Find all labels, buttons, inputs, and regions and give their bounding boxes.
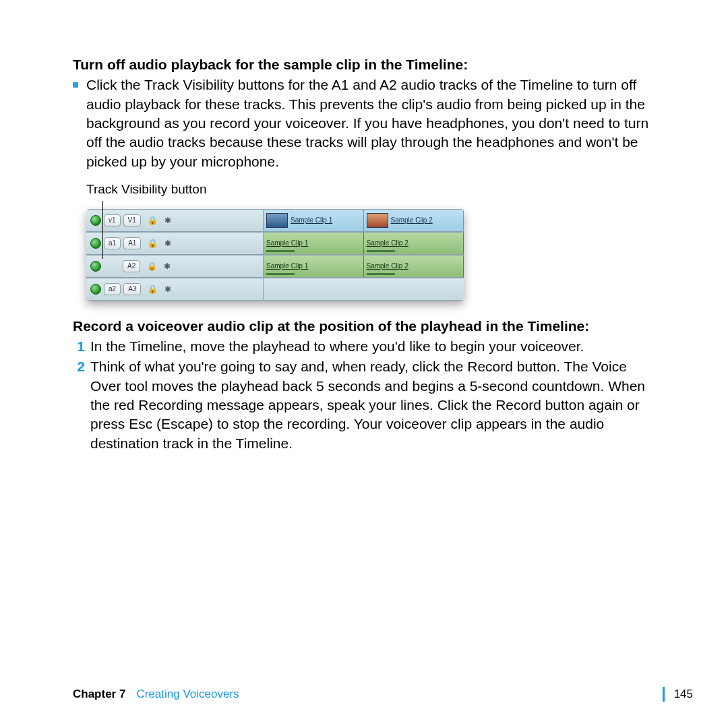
track-header: a2 A3 🔒 ✱	[86, 278, 264, 300]
callout-leader-line	[102, 201, 103, 259]
lock-icon[interactable]: 🔒	[148, 284, 158, 295]
track-clips: Sample Clip 1 Sample Clip 2	[264, 255, 464, 277]
page: Turn off audio playback for the sample c…	[0, 0, 728, 728]
lock-icon[interactable]: 🔒	[148, 238, 158, 249]
video-clip[interactable]: Sample Clip 1	[264, 210, 364, 231]
track-visibility-button[interactable]	[90, 238, 101, 249]
track-visibility-button[interactable]	[90, 284, 101, 295]
bullet-item: Click the Track Visibility buttons for t…	[73, 75, 659, 171]
clip-label: Sample Clip 2	[391, 216, 433, 225]
bullet-text: Click the Track Visibility buttons for t…	[86, 77, 648, 169]
heading-turn-off-audio: Turn off audio playback for the sample c…	[73, 55, 659, 74]
track-visibility-button[interactable]	[90, 215, 101, 226]
gear-icon[interactable]: ✱	[164, 284, 171, 295]
track-header: v1 V1 🔒 ✱	[86, 210, 264, 231]
lock-icon[interactable]: 🔒	[148, 215, 158, 226]
dest-pill[interactable]: V1	[123, 214, 141, 226]
clip-thumbnail	[367, 213, 388, 228]
timeline-figure: v1 V1 🔒 ✱ Sample Clip 1 Sample Clip 2	[86, 209, 464, 301]
step-number: 2	[73, 357, 85, 453]
track-visibility-button[interactable]	[90, 261, 101, 272]
source-pill[interactable]: v1	[104, 214, 121, 226]
track-clips: Sample Clip 1 Sample Clip 2	[264, 210, 464, 231]
content-area: Turn off audio playback for the sample c…	[73, 55, 659, 453]
dest-pill[interactable]: A2	[123, 260, 140, 272]
track-row-a3: a2 A3 🔒 ✱	[86, 278, 464, 301]
track-clips: Sample Clip 1 Sample Clip 2	[264, 233, 464, 254]
track-row-a1: a1 A1 🔒 ✱ Sample Clip 1 Sample Clip 2	[86, 232, 464, 255]
track-header: a1 A1 🔒 ✱	[86, 233, 264, 254]
track-row-a2: A2 🔒 ✱ Sample Clip 1 Sample Clip 2	[86, 255, 464, 278]
timeline-panel: v1 V1 🔒 ✱ Sample Clip 1 Sample Clip 2	[86, 209, 464, 301]
clip-thumbnail	[266, 213, 288, 228]
step-text: In the Timeline, move the playhead to wh…	[90, 337, 659, 356]
clip-label: Sample Clip 2	[367, 239, 408, 248]
audio-clip[interactable]: Sample Clip 1	[264, 233, 364, 254]
waveform-icon	[367, 249, 461, 253]
track-clips	[264, 278, 464, 300]
track-header: A2 🔒 ✱	[86, 255, 264, 277]
source-pill[interactable]: a1	[104, 237, 121, 249]
clip-label: Sample Clip 1	[291, 216, 332, 225]
audio-clip[interactable]: Sample Clip 2	[364, 255, 464, 277]
heading-record-voiceover: Record a voiceover audio clip at the pos…	[73, 317, 659, 336]
step-2: 2 Think of what you're going to say and,…	[73, 357, 659, 453]
source-pill[interactable]: a2	[104, 283, 121, 295]
lock-icon[interactable]: 🔒	[147, 261, 157, 272]
step-number: 1	[73, 337, 85, 356]
waveform-icon	[266, 249, 361, 253]
page-footer: Chapter 7 Creating Voiceovers 145	[73, 687, 701, 702]
waveform-icon	[266, 272, 361, 276]
gear-icon[interactable]: ✱	[164, 215, 171, 226]
clip-label: Sample Clip 1	[266, 262, 308, 271]
dest-pill[interactable]: A1	[123, 237, 141, 249]
gear-icon[interactable]: ✱	[164, 261, 171, 272]
clip-label: Sample Clip 1	[266, 239, 308, 248]
step-1: 1 In the Timeline, move the playhead to …	[73, 337, 659, 356]
video-clip[interactable]: Sample Clip 2	[364, 210, 464, 231]
audio-clip[interactable]: Sample Clip 2	[364, 233, 464, 254]
dest-pill[interactable]: A3	[123, 283, 141, 295]
step-text: Think of what you're going to say and, w…	[90, 357, 659, 453]
track-row-v1: v1 V1 🔒 ✱ Sample Clip 1 Sample Clip 2	[86, 209, 464, 232]
gear-icon[interactable]: ✱	[164, 238, 171, 249]
clip-label: Sample Clip 2	[367, 262, 408, 271]
chapter-title: Creating Voiceovers	[136, 687, 239, 702]
waveform-icon	[367, 272, 461, 276]
audio-clip[interactable]: Sample Clip 1	[264, 255, 364, 277]
callout-label: Track Visibility button	[86, 181, 659, 198]
chapter-label: Chapter 7	[73, 687, 125, 702]
footer-divider	[663, 687, 665, 702]
page-number: 145	[674, 687, 701, 702]
